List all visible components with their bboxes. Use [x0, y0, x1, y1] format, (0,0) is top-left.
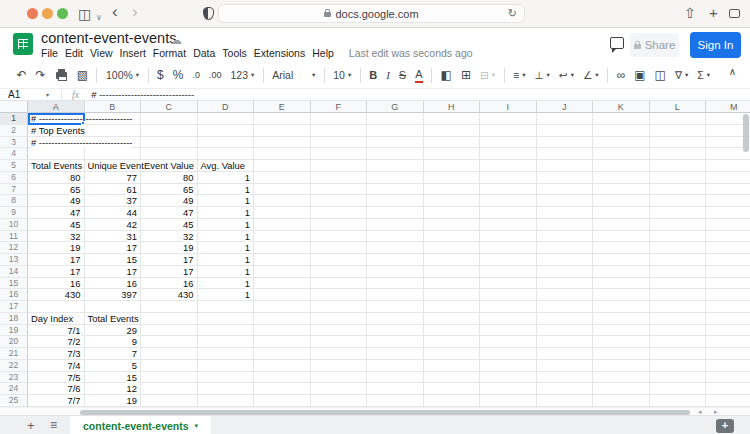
text-color-button[interactable]: A	[411, 65, 427, 85]
cell-A11[interactable]: 32	[28, 231, 85, 243]
row-header-18[interactable]: 18	[0, 313, 28, 325]
column-header-D[interactable]: D	[198, 101, 255, 113]
cell-C20[interactable]	[141, 336, 198, 348]
cell-K13[interactable]	[593, 254, 650, 266]
cell-C11[interactable]: 32	[141, 231, 198, 243]
fill-color-button[interactable]: ◧	[436, 65, 456, 85]
cell-I8[interactable]	[480, 195, 537, 207]
text-rotation-dropdown[interactable]: ∠▾	[578, 65, 603, 85]
cell-J21[interactable]	[537, 348, 594, 360]
cell-D10[interactable]: 1	[198, 219, 255, 231]
cell-G19[interactable]	[367, 325, 424, 337]
column-header-E[interactable]: E	[254, 101, 311, 113]
cell-B11[interactable]: 31	[85, 231, 142, 243]
explore-button[interactable]: +	[716, 419, 734, 434]
cell-D15[interactable]: 1	[198, 278, 255, 290]
formula-input[interactable]: # ------------------------------	[91, 89, 194, 100]
cell-M9[interactable]	[706, 207, 750, 219]
cell-E25[interactable]	[254, 395, 311, 407]
cell-I7[interactable]	[480, 184, 537, 196]
cell-B6[interactable]: 77	[85, 172, 142, 184]
name-box[interactable]: A1 ▾	[0, 89, 62, 100]
decrease-decimal-button[interactable]: .0	[188, 65, 205, 85]
cell-J15[interactable]	[537, 278, 594, 290]
cell-B10[interactable]: 42	[85, 219, 142, 231]
cell-B12[interactable]: 17	[85, 242, 142, 254]
cell-I16[interactable]	[480, 289, 537, 301]
cell-H24[interactable]	[424, 383, 481, 395]
cell-D8[interactable]: 1	[198, 195, 255, 207]
cell-C12[interactable]: 19	[141, 242, 198, 254]
cell-K16[interactable]	[593, 289, 650, 301]
cell-H2[interactable]	[424, 125, 481, 137]
cell-I9[interactable]	[480, 207, 537, 219]
cell-I21[interactable]	[480, 348, 537, 360]
cell-H11[interactable]	[424, 231, 481, 243]
cell-I22[interactable]	[480, 360, 537, 372]
font-family-dropdown[interactable]: Arial▾	[268, 65, 320, 85]
cell-M19[interactable]	[706, 325, 750, 337]
cell-E8[interactable]	[254, 195, 311, 207]
cell-D18[interactable]	[198, 313, 255, 325]
cell-L1[interactable]	[650, 113, 707, 125]
cell-D6[interactable]: 1	[198, 172, 255, 184]
cell-L4[interactable]	[650, 148, 707, 160]
vertical-align-dropdown[interactable]: ⊥▾	[530, 65, 554, 85]
cell-L18[interactable]	[650, 313, 707, 325]
cell-E20[interactable]	[254, 336, 311, 348]
cell-K14[interactable]	[593, 266, 650, 278]
cell-A15[interactable]: 16	[28, 278, 85, 290]
cell-C21[interactable]	[141, 348, 198, 360]
cell-K23[interactable]	[593, 372, 650, 384]
cell-M25[interactable]	[706, 395, 750, 407]
cell-E11[interactable]	[254, 231, 311, 243]
menu-insert[interactable]: Insert	[120, 47, 146, 59]
cell-D14[interactable]: 1	[198, 266, 255, 278]
menu-format[interactable]: Format	[153, 47, 186, 59]
cell-A14[interactable]: 17	[28, 266, 85, 278]
row-header-1[interactable]: 1	[0, 113, 28, 125]
format-percent-button[interactable]: %	[168, 65, 188, 85]
cell-D9[interactable]: 1	[198, 207, 255, 219]
cell-M12[interactable]	[706, 242, 750, 254]
cell-C6[interactable]: 80	[141, 172, 198, 184]
cell-K15[interactable]	[593, 278, 650, 290]
row-header-11[interactable]: 11	[0, 231, 28, 243]
close-window-button[interactable]	[27, 8, 38, 19]
cell-E5[interactable]	[254, 160, 311, 172]
cell-I4[interactable]	[480, 148, 537, 160]
cell-K12[interactable]	[593, 242, 650, 254]
cell-B19[interactable]: 29	[85, 325, 142, 337]
cell-H18[interactable]	[424, 313, 481, 325]
cell-F16[interactable]	[311, 289, 368, 301]
row-header-14[interactable]: 14	[0, 266, 28, 278]
cell-L19[interactable]	[650, 325, 707, 337]
cell-F10[interactable]	[311, 219, 368, 231]
cell-L23[interactable]	[650, 372, 707, 384]
cell-L22[interactable]	[650, 360, 707, 372]
cell-K20[interactable]	[593, 336, 650, 348]
cell-G9[interactable]	[367, 207, 424, 219]
cell-D23[interactable]	[198, 372, 255, 384]
cell-E16[interactable]	[254, 289, 311, 301]
cell-I5[interactable]	[480, 160, 537, 172]
cell-G4[interactable]	[367, 148, 424, 160]
cell-I15[interactable]	[480, 278, 537, 290]
cell-K8[interactable]	[593, 195, 650, 207]
cell-J24[interactable]	[537, 383, 594, 395]
cell-F5[interactable]	[311, 160, 368, 172]
cell-L24[interactable]	[650, 383, 707, 395]
cell-L5[interactable]	[650, 160, 707, 172]
cell-C18[interactable]	[141, 313, 198, 325]
cell-E24[interactable]	[254, 383, 311, 395]
row-header-22[interactable]: 22	[0, 360, 28, 372]
cell-G1[interactable]	[367, 113, 424, 125]
cell-L2[interactable]	[650, 125, 707, 137]
cell-M24[interactable]	[706, 383, 750, 395]
cell-G23[interactable]	[367, 372, 424, 384]
row-header-2[interactable]: 2	[0, 125, 28, 137]
cell-G13[interactable]	[367, 254, 424, 266]
row-header-6[interactable]: 6	[0, 172, 28, 184]
cell-H20[interactable]	[424, 336, 481, 348]
select-all-corner[interactable]	[0, 101, 28, 113]
